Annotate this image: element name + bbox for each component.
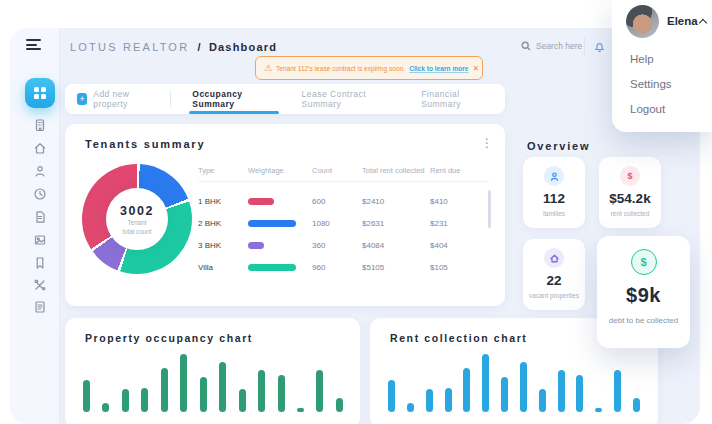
- tenants-table-header: Type Weightage Count Total rent collecte…: [198, 162, 483, 178]
- tab-occupancy-summary[interactable]: Occupancy Summary: [179, 84, 288, 114]
- property-occupancy-chart-title: Property occupancy chart: [85, 332, 253, 344]
- dashboard-screen: LOTUS REALTOR / Dashboard Search here ⚠ …: [0, 0, 712, 424]
- tools-icon[interactable]: [33, 278, 47, 292]
- bar: [200, 377, 207, 412]
- vacant-properties-stat-card: 22 vacant properties: [523, 239, 585, 310]
- families-stat-card: 112 families: [523, 157, 585, 228]
- bar: [141, 388, 148, 412]
- bar: [219, 362, 226, 412]
- bar: [501, 377, 508, 412]
- kebab-menu-icon[interactable]: ⋮: [481, 136, 493, 150]
- bar: [388, 380, 395, 412]
- property-occupancy-bars: [83, 354, 343, 412]
- families-icon: [544, 166, 564, 186]
- tenants-donut: 3002 Tenant total count: [82, 164, 192, 274]
- rent-collected-stat-card: $ $54.2k rent collected: [599, 157, 661, 228]
- rent-collected-icon: $: [620, 166, 640, 186]
- property-occupancy-chart-card: Property occupancy chart: [65, 318, 360, 424]
- bar: [278, 375, 285, 412]
- bar: [539, 389, 546, 412]
- menu-item-logout[interactable]: Logout: [630, 103, 665, 115]
- tenants-summary-card: Tenants summary ⋮ 3002 Tenant total coun…: [65, 124, 505, 306]
- stat-value: 112: [543, 191, 565, 206]
- tab-financial-summary[interactable]: Financial Summary: [408, 84, 505, 114]
- bar: [520, 362, 527, 412]
- tenants-summary-title: Tenants summary: [85, 138, 205, 150]
- breadcrumb: LOTUS REALTOR / Dashboard: [70, 41, 277, 53]
- stat-value: $9k: [626, 284, 661, 307]
- tab-bar: + Add new property Occupancy Summary Lea…: [65, 84, 505, 114]
- debt-stat-card: $ $9k debt to be collected: [597, 236, 690, 348]
- add-new-property-button[interactable]: + Add new property: [65, 89, 168, 109]
- stat-value: 22: [546, 273, 561, 288]
- menu-item-help[interactable]: Help: [630, 53, 654, 65]
- report-icon[interactable]: [33, 300, 47, 314]
- brand-name: LOTUS REALTOR: [70, 41, 189, 53]
- tenant-total-count: 3002: [120, 204, 154, 218]
- search-input[interactable]: Search here: [521, 41, 582, 51]
- bar: [102, 403, 109, 412]
- bar: [614, 370, 621, 412]
- tab-divider: [170, 91, 171, 107]
- alert-close-icon[interactable]: ✕: [473, 64, 480, 73]
- user-name[interactable]: Elena: [667, 15, 698, 27]
- stat-label: vacant properties: [529, 292, 579, 299]
- weightage-bar: [248, 264, 296, 271]
- vacant-properties-icon: [544, 248, 564, 268]
- menu-item-settings[interactable]: Settings: [630, 78, 672, 90]
- weightage-bar: [248, 198, 274, 205]
- clock-icon[interactable]: [33, 187, 47, 201]
- sidebar-item-dashboard[interactable]: [25, 78, 55, 108]
- search-placeholder: Search here: [536, 41, 582, 51]
- stat-label: rent collected: [611, 210, 650, 217]
- home-icon[interactable]: [33, 141, 47, 155]
- bar: [297, 408, 304, 412]
- alert-message: Tenant 112's lease contract is expiring …: [276, 65, 405, 72]
- bar: [407, 403, 414, 412]
- page-title: Dashboard: [209, 41, 277, 53]
- bar: [161, 368, 168, 412]
- bar: [445, 388, 452, 412]
- bar: [180, 354, 187, 412]
- user-avatar[interactable]: [626, 5, 659, 38]
- bar: [122, 389, 129, 412]
- search-icon: [521, 41, 531, 51]
- donut-center: 3002 Tenant total count: [106, 188, 168, 250]
- table-row: Villa 960 $5105 $105: [198, 256, 483, 278]
- bookmark-icon[interactable]: [33, 256, 47, 270]
- rent-collection-bars: [388, 354, 640, 412]
- overview-title: Overview: [527, 140, 590, 152]
- building-icon[interactable]: [33, 118, 47, 132]
- table-row: 3 BHK 360 $4084 $404: [198, 234, 483, 256]
- bar: [239, 389, 246, 412]
- weightage-bar: [248, 242, 264, 249]
- table-row: 2 BHK 1080 $2631 $231: [198, 212, 483, 234]
- bar: [558, 370, 565, 412]
- hamburger-menu-icon[interactable]: [26, 39, 41, 50]
- warning-icon: ⚠: [264, 64, 272, 73]
- table-row: 1 BHK 600 $2410 $410: [198, 190, 483, 212]
- tab-lease-contract-summary[interactable]: Lease Contract Summary: [289, 84, 409, 114]
- bar: [482, 354, 489, 412]
- bar: [316, 370, 323, 412]
- alert-banner: ⚠ Tenant 112's lease contract is expirin…: [255, 56, 483, 80]
- plus-icon: +: [77, 93, 87, 105]
- alert-link[interactable]: Click to learn more: [409, 65, 468, 72]
- stat-value: $54.2k: [609, 191, 650, 206]
- rent-collection-chart-title: Rent collection chart: [390, 332, 527, 344]
- dashboard-grid-icon: [34, 87, 46, 99]
- bar: [258, 370, 265, 412]
- topbar-divider: [584, 37, 585, 55]
- add-property-label: Add new property: [93, 89, 156, 109]
- user-icon[interactable]: [33, 164, 47, 178]
- bar: [463, 368, 470, 412]
- bar: [426, 389, 433, 412]
- table-scrollbar[interactable]: [488, 190, 491, 228]
- chevron-up-icon[interactable]: [699, 19, 707, 27]
- debt-icon: $: [631, 249, 657, 275]
- bar: [595, 408, 602, 412]
- bar: [83, 380, 90, 412]
- notifications-icon[interactable]: [593, 39, 606, 52]
- document-icon[interactable]: [33, 210, 47, 224]
- image-card-icon[interactable]: [33, 233, 47, 247]
